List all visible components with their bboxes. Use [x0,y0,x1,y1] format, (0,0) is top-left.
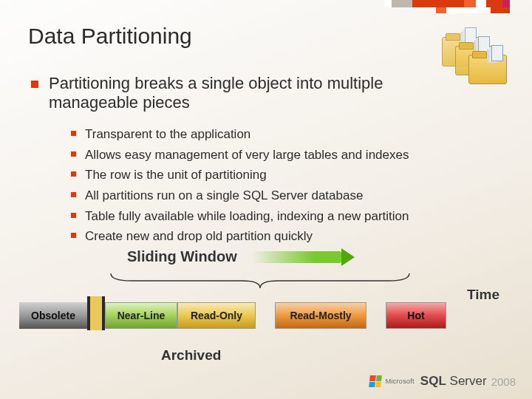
product-year: 2008 [491,375,516,388]
bullet-icon [71,151,76,157]
list-item-text: Table fully available while loading, ind… [85,208,409,226]
list-item-text: Create new and drop old partition quickl… [85,228,313,246]
list-item-text: Allows easy management of very large tab… [85,146,409,165]
list-item: Transparent to the application [71,126,485,144]
list-item: Create new and drop old partition quickl… [71,228,485,246]
header-accent [384,0,510,7]
product-name-a: SQL [420,374,446,388]
time-axis-label: Time [467,287,499,303]
list-item-text: The row is the unit of partitioning [85,166,267,185]
product-name-b: Server [450,374,487,388]
segment-obsolete: Obsolete [19,302,87,329]
sub-bullet-list: Transparent to the application Allows ea… [71,126,485,248]
list-item-text: Transparent to the application [85,126,250,144]
main-bullet: Partitioning breaks a single object into… [31,74,430,112]
microsoft-flag-icon [369,375,382,387]
sliding-window-label: Sliding Window [127,248,237,265]
list-item: All partitions run on a single SQL Serve… [71,187,485,205]
bullet-icon [71,131,76,136]
segment-hot: Hot [386,302,446,329]
partition-divider-icon [87,296,105,330]
bullet-icon [71,213,76,218]
arrow-icon [251,248,355,266]
folders-graphic [436,33,507,92]
timeline-row: Obsolete Near-Line Read-Only Read-Mostly… [19,300,446,330]
archived-label: Archived [161,347,221,364]
main-bullet-text: Partitioning breaks a single object into… [49,74,430,112]
list-item-text: All partitions run on a single SQL Serve… [85,187,363,205]
slide-title: Data Partitioning [28,24,192,49]
header-accent-2 [436,7,510,13]
company-name: Microsoft [386,378,415,385]
list-item: Table fully available while loading, ind… [71,208,485,226]
list-item: Allows easy management of very large tab… [71,146,485,165]
bullet-icon [71,233,76,238]
segment-readonly: Read-Only [177,302,256,329]
bullet-icon [31,81,38,88]
segment-readmostly: Read-Mostly [275,302,366,329]
footer-logo: Microsoft SQL Server 2008 [369,374,516,389]
bullet-icon [71,192,76,197]
brace-icon [109,272,411,288]
segment-nearline: Near-Line [105,302,177,329]
list-item: The row is the unit of partitioning [71,166,485,185]
bullet-icon [71,171,76,177]
